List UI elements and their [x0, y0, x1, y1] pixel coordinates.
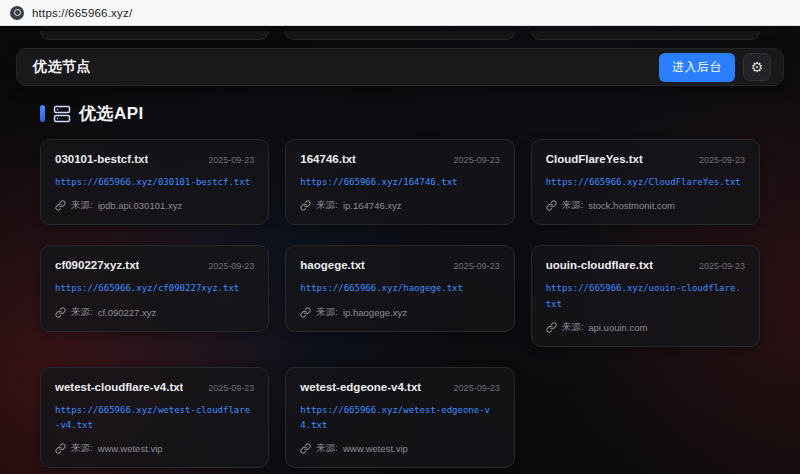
link-icon: [546, 322, 557, 333]
card-source-label: 来源:: [71, 306, 93, 319]
card-url-link[interactable]: https://665966.xyz/wetest-edgeone-v4.txt: [300, 403, 499, 434]
card-fragment: [40, 31, 269, 40]
card-title: cf090227xyz.txt: [55, 259, 139, 271]
card-source-label: 来源:: [316, 306, 338, 319]
card-title: wetest-edgeone-v4.txt: [300, 381, 421, 393]
server-icon: [53, 105, 71, 123]
card-date: 2025-09-23: [454, 155, 500, 165]
card-url-link[interactable]: https://665966.xyz/CloudFlareYes.txt: [546, 175, 745, 190]
card-header: haogege.txt2025-09-23: [300, 259, 499, 271]
card-title: uouin-cloudflare.txt: [546, 259, 653, 271]
card-header: cf090227xyz.txt2025-09-23: [55, 259, 254, 271]
card-source-value: api.uouin.com: [588, 322, 647, 333]
api-card: uouin-cloudflare.txt2025-09-23https://66…: [531, 245, 760, 347]
page-background: 优选节点 进入后台 ⚙ 优选API 030101-bestcf.txt2025-…: [0, 26, 800, 474]
section-heading: 优选API: [40, 102, 760, 125]
scrolled-card-fragments: [40, 31, 760, 40]
settings-button[interactable]: ⚙: [743, 53, 771, 81]
card-source-row: 来源:stock.hostmonit.com: [546, 199, 745, 212]
browser-address-bar[interactable]: https://665966.xyz/: [0, 0, 800, 26]
card-source-row: 来源:ipdb.api.030101.xyz: [55, 199, 254, 212]
card-source-row: 来源:ip.haogege.xyz: [300, 306, 499, 319]
header-bar: 优选节点 进入后台 ⚙: [16, 48, 784, 86]
link-icon: [546, 200, 557, 211]
link-icon: [55, 443, 66, 454]
card-source-label: 来源:: [71, 442, 93, 455]
card-source-label: 来源:: [316, 442, 338, 455]
accent-bar-icon: [40, 105, 45, 122]
card-source-value: stock.hostmonit.com: [588, 200, 675, 211]
card-source-value: ip.164746.xyz: [343, 200, 402, 211]
card-title: CloudFlareYes.txt: [546, 153, 643, 165]
enter-admin-button[interactable]: 进入后台: [659, 53, 735, 82]
site-info-icon[interactable]: [10, 6, 24, 20]
link-icon: [300, 307, 311, 318]
card-source-value: cf.090227.xyz: [98, 307, 157, 318]
card-source-label: 来源:: [562, 321, 584, 334]
card-date: 2025-09-23: [699, 261, 745, 271]
card-grid: 030101-bestcf.txt2025-09-23https://66596…: [40, 139, 760, 468]
card-title: haogege.txt: [300, 259, 365, 271]
page-title: 优选节点: [33, 58, 91, 76]
card-source-value: www.wetest.vip: [343, 443, 408, 454]
api-card: cf090227xyz.txt2025-09-23https://665966.…: [40, 245, 269, 331]
card-source-label: 来源:: [316, 199, 338, 212]
api-card: 030101-bestcf.txt2025-09-23https://66596…: [40, 139, 269, 225]
card-title: wetest-cloudflare-v4.txt: [55, 381, 183, 393]
card-header: 030101-bestcf.txt2025-09-23: [55, 153, 254, 165]
card-source-row: 来源:www.wetest.vip: [55, 442, 254, 455]
card-source-row: 来源:api.uouin.com: [546, 321, 745, 334]
card-date: 2025-09-23: [699, 155, 745, 165]
api-card: 164746.txt2025-09-23https://665966.xyz/1…: [285, 139, 514, 225]
card-header: 164746.txt2025-09-23: [300, 153, 499, 165]
card-header: wetest-edgeone-v4.txt2025-09-23: [300, 381, 499, 393]
api-card: wetest-cloudflare-v4.txt2025-09-23https:…: [40, 367, 269, 469]
card-header: wetest-cloudflare-v4.txt2025-09-23: [55, 381, 254, 393]
card-url-link[interactable]: https://665966.xyz/030101-bestcf.txt: [55, 175, 254, 190]
card-source-row: 来源:ip.164746.xyz: [300, 199, 499, 212]
card-date: 2025-09-23: [208, 383, 254, 393]
link-icon: [55, 200, 66, 211]
card-source-value: www.wetest.vip: [98, 443, 163, 454]
gear-icon: ⚙: [751, 60, 764, 74]
api-card: CloudFlareYes.txt2025-09-23https://66596…: [531, 139, 760, 225]
card-url-link[interactable]: https://665966.xyz/haogege.txt: [300, 281, 499, 296]
card-title: 030101-bestcf.txt: [55, 153, 148, 165]
url-text[interactable]: https://665966.xyz/: [32, 7, 132, 19]
card-fragment: [285, 31, 514, 40]
header-actions: 进入后台 ⚙: [659, 53, 771, 82]
card-header: CloudFlareYes.txt2025-09-23: [546, 153, 745, 165]
card-fragment: [531, 31, 760, 40]
card-source-row: 来源:www.wetest.vip: [300, 442, 499, 455]
card-date: 2025-09-23: [208, 261, 254, 271]
card-url-link[interactable]: https://665966.xyz/uouin-cloudflare.txt: [546, 281, 745, 312]
card-source-row: 来源:cf.090227.xyz: [55, 306, 254, 319]
card-date: 2025-09-23: [454, 383, 500, 393]
card-date: 2025-09-23: [208, 155, 254, 165]
section-title: 优选API: [79, 102, 144, 125]
card-date: 2025-09-23: [454, 261, 500, 271]
api-card: wetest-edgeone-v4.txt2025-09-23https://6…: [285, 367, 514, 469]
api-card: haogege.txt2025-09-23https://665966.xyz/…: [285, 245, 514, 331]
card-header: uouin-cloudflare.txt2025-09-23: [546, 259, 745, 271]
card-source-value: ipdb.api.030101.xyz: [98, 200, 183, 211]
card-url-link[interactable]: https://665966.xyz/164746.txt: [300, 175, 499, 190]
card-url-link[interactable]: https://665966.xyz/wetest-cloudflare-v4.…: [55, 403, 254, 434]
card-title: 164746.txt: [300, 153, 356, 165]
card-source-label: 来源:: [71, 199, 93, 212]
link-icon: [300, 200, 311, 211]
link-icon: [300, 443, 311, 454]
card-source-label: 来源:: [562, 199, 584, 212]
link-icon: [55, 307, 66, 318]
card-url-link[interactable]: https://665966.xyz/cf090227xyz.txt: [55, 281, 254, 296]
card-source-value: ip.haogege.xyz: [343, 307, 407, 318]
